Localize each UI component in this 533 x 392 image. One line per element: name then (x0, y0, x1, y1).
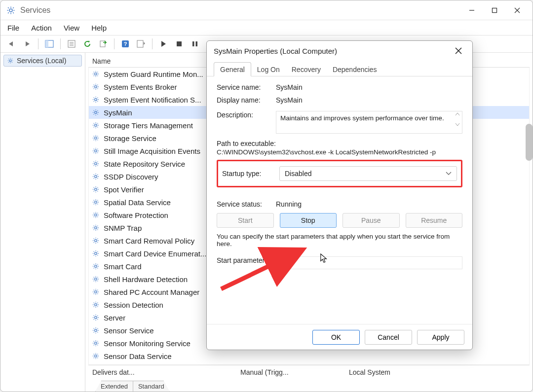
properties-icon[interactable] (65, 37, 78, 51)
service-name: Spot Verifier (104, 185, 144, 194)
start-button[interactable]: Start (217, 213, 274, 228)
gear-icon (92, 237, 100, 245)
service-name: SNMP Trap (104, 224, 142, 232)
tree-services-local[interactable]: Services (Local) (3, 55, 82, 67)
pause-icon[interactable] (188, 37, 202, 51)
gear-icon (92, 326, 100, 334)
scrollbar-thumb[interactable] (526, 124, 533, 161)
app-icon (6, 6, 15, 15)
play-icon[interactable] (156, 37, 170, 51)
close-button[interactable] (506, 1, 529, 19)
pause-button[interactable]: Pause (343, 213, 400, 228)
dialog-close-button[interactable] (450, 43, 467, 58)
ok-button[interactable]: OK (312, 330, 360, 345)
help-icon[interactable]: ? (118, 37, 132, 51)
tab-extended[interactable]: Extended (95, 381, 133, 392)
show-hide-icon[interactable] (42, 37, 56, 51)
service-name: Smart Card Device Enumerat... (104, 249, 206, 258)
svg-rect-11 (100, 41, 105, 47)
refresh-icon[interactable] (80, 37, 94, 51)
export-icon[interactable] (96, 37, 110, 51)
label-startup: Startup type: (222, 170, 279, 178)
service-name: Sensor Data Service (104, 352, 172, 360)
svg-point-25 (95, 137, 97, 140)
startup-type-select[interactable]: Disabled (279, 166, 457, 181)
svg-point-22 (95, 99, 97, 101)
service-name: Shared PC Account Manager (104, 288, 199, 296)
service-name: System Guard Runtime Mon... (104, 70, 203, 78)
service-name: State Repository Service (104, 160, 185, 168)
gear-icon (92, 301, 100, 309)
gear-icon (92, 83, 100, 91)
col-name[interactable]: Name (92, 57, 111, 65)
tab-recovery[interactable]: Recovery (286, 63, 327, 76)
menu-file[interactable]: File (7, 24, 19, 32)
svg-rect-16 (192, 41, 194, 46)
svg-rect-17 (196, 41, 198, 46)
gear-icon (92, 339, 100, 347)
scroll-up-icon[interactable] (455, 112, 460, 116)
view-tabs: Extended Standard (88, 379, 530, 392)
gear-icon (92, 211, 100, 219)
value-startup: Disabled (285, 170, 311, 178)
gear-icon (92, 314, 100, 321)
menu-help[interactable]: Help (91, 24, 107, 32)
tab-logon[interactable]: Log On (251, 63, 286, 76)
menu-action[interactable]: Action (31, 24, 52, 32)
service-name: Still Image Acquisition Events (104, 147, 200, 155)
label-service-name: Service name: (217, 83, 276, 91)
svg-point-37 (95, 291, 97, 293)
gear-icon (92, 96, 100, 104)
titlebar: Services (0, 0, 533, 20)
detail-logon: Local System (349, 368, 390, 376)
service-name: SysMain (104, 108, 132, 117)
stop-icon[interactable] (172, 37, 186, 51)
svg-point-29 (95, 188, 97, 191)
tab-general[interactable]: General (214, 62, 251, 76)
service-name: Sensor Service (104, 326, 154, 335)
scroll-down-icon[interactable] (455, 123, 460, 126)
svg-point-21 (95, 86, 97, 88)
svg-point-0 (9, 9, 12, 12)
svg-point-39 (95, 317, 97, 319)
label-description: Description: (217, 111, 276, 119)
forward-icon[interactable] (20, 37, 34, 51)
apply-button[interactable]: Apply (417, 330, 464, 345)
service-row[interactable]: Sensor Data Service (89, 350, 529, 362)
properties-dialog: SysMain Properties (Local Computer) Gene… (206, 40, 473, 350)
view-icon[interactable] (134, 37, 148, 51)
menu-view[interactable]: View (64, 24, 79, 32)
resume-button[interactable]: Resume (406, 213, 463, 228)
service-name: Smart Card (104, 262, 142, 271)
gear-icon (92, 288, 100, 296)
gear-icon (92, 352, 100, 360)
service-name: Server (104, 314, 125, 322)
description-box[interactable]: Maintains and improves system performanc… (276, 111, 462, 134)
gear-icon (92, 198, 100, 206)
service-name: Spatial Data Service (104, 198, 171, 207)
gear-icon (92, 121, 100, 129)
stop-button[interactable]: Stop (280, 213, 337, 228)
cancel-button[interactable]: Cancel (365, 330, 412, 345)
service-name: Storage Service (104, 134, 156, 143)
value-display-name: SysMain (276, 96, 462, 104)
label-display-name: Display name: (217, 96, 276, 104)
minimize-button[interactable] (460, 1, 483, 19)
gear-icon (92, 275, 100, 283)
value-status: Running (276, 200, 462, 208)
svg-rect-15 (177, 41, 182, 46)
label-start-params: Start parameters: (217, 256, 276, 264)
maximize-button[interactable] (483, 1, 506, 19)
gear-icon (92, 262, 100, 270)
start-params-input[interactable] (276, 256, 462, 269)
back-icon[interactable] (4, 37, 18, 51)
service-name: System Events Broker (104, 83, 177, 91)
service-name: SSDP Discovery (104, 173, 158, 181)
svg-point-42 (95, 355, 97, 357)
detail-description: Delivers dat... (92, 368, 221, 376)
tab-standard[interactable]: Standard (133, 381, 170, 392)
tab-dependencies[interactable]: Dependencies (327, 63, 383, 76)
value-path: C:\WINDOWS\system32\svchost.exe -k Local… (217, 148, 462, 156)
dialog-titlebar: SysMain Properties (Local Computer) (207, 41, 472, 61)
svg-rect-14 (137, 40, 143, 47)
